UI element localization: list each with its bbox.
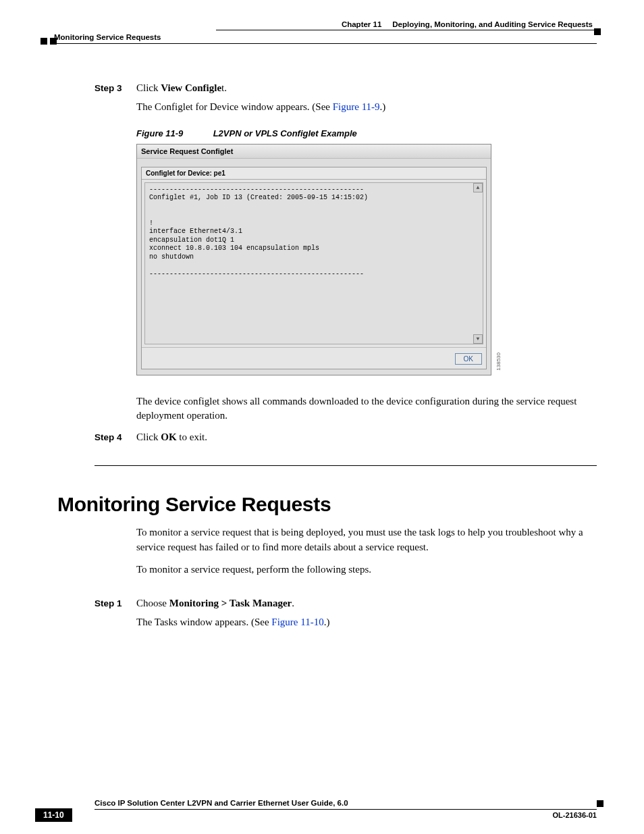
step-1: Step 1 Choose Monitoring > Task Manager.	[41, 596, 597, 611]
section-para-1: To monitor a service request that is bei…	[136, 525, 597, 555]
configlet-text-area[interactable]: ----------------------------------------…	[144, 182, 483, 344]
chapter-title: Deploying, Monitoring, and Auditing Serv…	[392, 20, 593, 28]
figure-link-11-9[interactable]: Figure 11-9	[333, 101, 380, 112]
step-label: Step 1	[95, 598, 136, 608]
figure-caption: Figure 11-9 L2VPN or VPLS Configlet Exam…	[136, 128, 597, 138]
step-3: Step 3 Click View Configlet.	[41, 81, 597, 96]
section-divider	[95, 465, 597, 466]
section-para-2: To monitor a service request, perform th…	[136, 563, 597, 577]
configlet-window: Service Request Configlet Configlet for …	[136, 144, 491, 375]
page-header: Chapter 11 Deploying, Monitoring, and Au…	[41, 20, 597, 44]
doc-id: OL-21636-01	[553, 811, 597, 819]
page-footer: Cisco IP Solution Center L2VPN and Carri…	[41, 799, 597, 810]
section-title: Monitoring Service Requests	[57, 493, 597, 516]
window-title: Service Request Configlet	[137, 145, 491, 159]
step-label: Step 3	[95, 83, 136, 93]
step-4: Step 4 Click OK to exit.	[41, 430, 597, 445]
page-number: 11-10	[35, 808, 72, 822]
step-label: Step 4	[95, 432, 136, 442]
figure-link-11-10[interactable]: Figure 11-10	[271, 617, 323, 627]
scroll-up-icon[interactable]: ▲	[473, 183, 483, 192]
configlet-device-header: Configlet for Device: pe1	[142, 167, 486, 180]
figure-image-id: 138530	[495, 353, 502, 371]
ok-button[interactable]: OK	[455, 353, 482, 365]
book-title: Cisco IP Solution Center L2VPN and Carri…	[95, 799, 597, 807]
post-figure-paragraph: The device configlet shows all commands …	[136, 394, 597, 424]
section-breadcrumb: Monitoring Service Requests	[41, 33, 597, 41]
scroll-down-icon[interactable]: ▼	[473, 334, 483, 344]
chapter-label: Chapter 11	[342, 20, 381, 28]
